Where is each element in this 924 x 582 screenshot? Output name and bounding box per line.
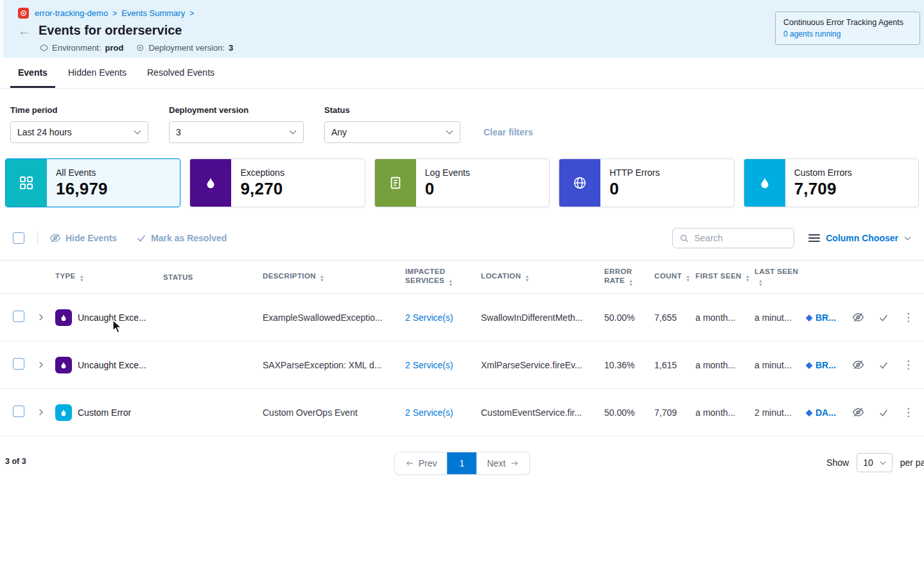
row-checkbox[interactable] xyxy=(13,311,24,322)
stat-card-custom-errors[interactable]: Custom Errors 7,709 xyxy=(744,158,919,207)
hide-event-icon[interactable] xyxy=(852,311,864,323)
sort-icon[interactable] xyxy=(525,275,529,282)
column-header-error-rate[interactable]: ERROR RATE xyxy=(604,267,654,287)
time-period-label: Time period xyxy=(10,105,148,115)
prev-page-button[interactable]: Prev xyxy=(395,452,448,474)
chevron-down-icon xyxy=(904,236,911,241)
event-count: 7,655 xyxy=(654,312,695,323)
search-box xyxy=(672,228,794,248)
page-number-button[interactable]: 1 xyxy=(448,452,477,474)
expand-chevron-icon[interactable] xyxy=(36,312,55,322)
page-title: Events for orderservice xyxy=(39,23,182,38)
environment-label: Environment: xyxy=(52,43,101,53)
impacted-services-link[interactable]: 2 Service(s) xyxy=(405,360,453,370)
error-tracking-logo-icon xyxy=(18,8,29,19)
kebab-menu-icon[interactable]: ⋮ xyxy=(903,312,914,323)
column-header-last-seen[interactable]: LAST SEEN xyxy=(754,267,806,287)
event-location: XmlParseService.fireEv... xyxy=(481,360,604,370)
stat-card-value: 0 xyxy=(425,179,470,199)
event-count: 7,709 xyxy=(654,407,695,418)
row-checkbox[interactable] xyxy=(13,406,24,417)
tab-hidden-events[interactable]: Hidden Events xyxy=(60,58,134,88)
table-row[interactable]: Uncaught Exce... SAXParseException: XML … xyxy=(0,341,924,389)
mark-resolved-label: Mark as Resolved xyxy=(151,233,227,243)
eye-slash-icon xyxy=(49,232,61,244)
stat-card-log-events[interactable]: Log Events 0 xyxy=(374,158,550,207)
grid-icon xyxy=(6,159,47,207)
stat-card-value: 0 xyxy=(609,179,659,199)
clear-filters-button[interactable]: Clear filters xyxy=(484,127,533,143)
table-footer: 3 of 3 Prev 1 Next Show 10 per page xyxy=(0,450,924,476)
time-period-select[interactable]: Last 24 hours xyxy=(10,121,148,143)
page-size-select[interactable]: 10 xyxy=(857,453,893,472)
impacted-services-link[interactable]: 2 Service(s) xyxy=(405,312,453,323)
table-row[interactable]: Uncaught Exce... ExampleSwallowedExcepti… xyxy=(0,294,924,341)
error-rate: 50.00% xyxy=(604,407,654,418)
stat-card-label: Custom Errors xyxy=(794,167,852,178)
search-input[interactable] xyxy=(694,233,787,243)
stat-card-label: Exceptions xyxy=(240,167,284,178)
sort-icon[interactable] xyxy=(686,275,690,282)
deployment-version-label: Deployment version xyxy=(169,105,304,115)
ticket-link[interactable]: ◆BR... xyxy=(806,312,851,323)
table-header-row: TYPE STATUS DESCRIPTION IMPACTED SERVICE… xyxy=(0,261,924,294)
agents-status-box: Continuous Error Tracking Agents 0 agent… xyxy=(775,12,920,45)
breadcrumb-page-link[interactable]: Events Summary xyxy=(121,8,185,18)
sort-icon[interactable] xyxy=(448,279,453,287)
page-header: error-tracking-demo > Events Summary > ←… xyxy=(0,0,924,58)
breadcrumb-separator: > xyxy=(189,9,194,18)
resolve-check-icon[interactable] xyxy=(878,360,889,370)
column-header-impacted-services[interactable]: IMPACTED SERVICES xyxy=(405,267,481,287)
resolve-check-icon[interactable] xyxy=(878,312,889,323)
breadcrumb-app-link[interactable]: error-tracking-demo xyxy=(35,8,108,18)
next-page-button[interactable]: Next xyxy=(477,452,530,474)
agents-running-link[interactable]: 0 agents running xyxy=(783,30,912,39)
ticket-link[interactable]: ◆BR... xyxy=(806,360,851,370)
mark-resolved-button[interactable]: Mark as Resolved xyxy=(136,233,227,243)
resolve-check-icon[interactable] xyxy=(878,407,889,418)
column-header-type[interactable]: TYPE xyxy=(55,271,163,282)
stat-card-value: 16,979 xyxy=(56,179,108,199)
hide-events-button[interactable]: Hide Events xyxy=(49,232,117,244)
deployment-version-value: 3 xyxy=(176,127,181,137)
kebab-menu-icon[interactable]: ⋮ xyxy=(903,407,914,418)
stat-card-exceptions[interactable]: Exceptions 9,270 xyxy=(189,158,365,207)
back-arrow-icon[interactable]: ← xyxy=(18,25,31,37)
chevron-down-icon xyxy=(446,130,453,135)
first-seen: a month... xyxy=(695,407,754,418)
table-row[interactable]: Custom Error Custom OverOps Event 2 Serv… xyxy=(0,389,924,436)
event-type: Uncaught Exce... xyxy=(78,360,146,370)
show-label: Show xyxy=(826,458,849,468)
sort-icon[interactable] xyxy=(758,279,763,287)
event-description: SAXParseException: XML d... xyxy=(263,360,405,370)
stat-card-label: Log Events xyxy=(425,167,470,178)
stat-card-http-errors[interactable]: HTTP Errors 0 xyxy=(559,158,734,207)
sort-icon[interactable] xyxy=(629,279,633,287)
sort-icon[interactable] xyxy=(320,275,324,282)
kebab-menu-icon[interactable]: ⋮ xyxy=(903,359,914,370)
flame-icon xyxy=(744,159,785,207)
sort-icon[interactable] xyxy=(80,275,84,282)
event-description: Custom OverOps Event xyxy=(263,407,405,418)
ticket-link[interactable]: ◆DA... xyxy=(806,407,851,418)
row-checkbox[interactable] xyxy=(13,358,24,370)
expand-chevron-icon[interactable] xyxy=(36,407,55,417)
deployment-version-select[interactable]: 3 xyxy=(169,121,304,143)
hide-event-icon[interactable] xyxy=(852,359,864,371)
sort-icon[interactable] xyxy=(745,275,750,282)
column-header-location[interactable]: LOCATION xyxy=(481,271,604,282)
tab-events[interactable]: Events xyxy=(10,58,55,88)
stat-card-all-events[interactable]: All Events 16,979 xyxy=(5,158,180,207)
last-seen: 2 minut... xyxy=(754,407,806,418)
select-all-checkbox[interactable] xyxy=(13,232,24,244)
status-filter-select[interactable]: Any xyxy=(324,121,460,143)
expand-chevron-icon[interactable] xyxy=(36,360,55,370)
impacted-services-link[interactable]: 2 Service(s) xyxy=(405,407,453,418)
hide-event-icon[interactable] xyxy=(852,406,864,418)
column-header-first-seen[interactable]: FIRST SEEN xyxy=(695,271,754,282)
column-header-count[interactable]: COUNT xyxy=(654,271,695,282)
column-chooser-button[interactable]: Column Chooser xyxy=(808,233,911,243)
breadcrumb-separator: > xyxy=(112,9,117,18)
column-header-description[interactable]: DESCRIPTION xyxy=(263,271,405,282)
tab-resolved-events[interactable]: Resolved Events xyxy=(139,58,222,88)
